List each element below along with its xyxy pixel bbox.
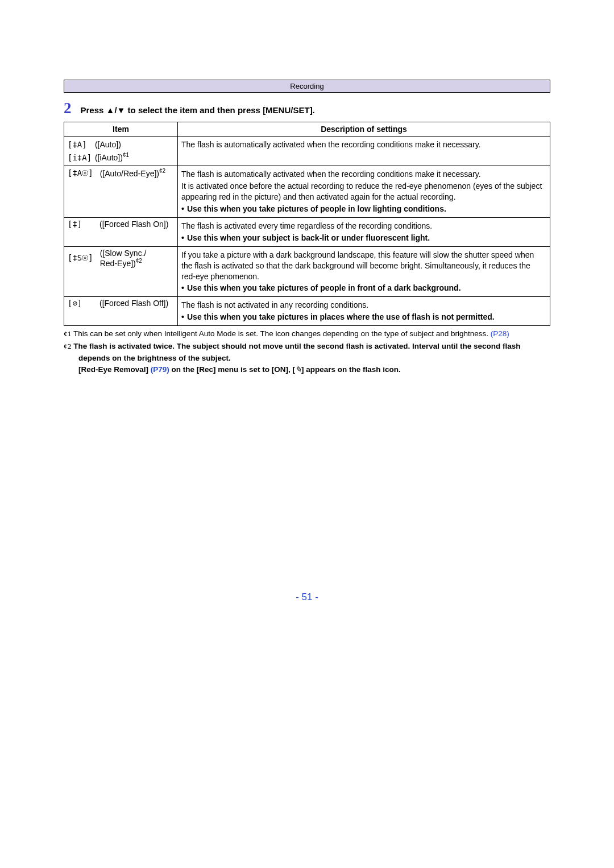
desc-cell-auto: The flash is automatically activated whe… <box>178 137 550 166</box>
flash-auto-icon: [‡A] <box>68 138 93 151</box>
footnote-2-line2a: [Red-Eye Removal] <box>78 365 151 374</box>
desc-text: The flash is automatically activated whe… <box>181 139 546 150</box>
item-cell-auto-redeye: [‡A⦾] ([Auto/Red-Eye])¢2 <box>64 166 178 218</box>
flash-iauto-superscript: ¢1 <box>123 152 129 158</box>
desc-bullet: Use this when you take pictures of peopl… <box>181 283 546 294</box>
flash-forced-off-label: ([Forced Flash Off]) <box>99 299 168 308</box>
page-number: - 51 - <box>64 592 550 603</box>
item-cell-auto: [‡A] ([Auto]) [i‡A] ([iAuto])¢1 <box>64 137 178 166</box>
footnote-2-mark: ¢2 <box>64 342 72 350</box>
step-row: 2 Press ▲/▼ to select the item and then … <box>64 101 550 116</box>
flash-auto-label: ([Auto]) <box>95 140 121 149</box>
footnote-1: ¢1 This can be set only when Intelligent… <box>64 328 550 340</box>
desc-cell-auto-redeye: The flash is automatically activated whe… <box>178 166 550 218</box>
desc-cell-forced-off: The flash is not activated in any record… <box>178 297 550 326</box>
footnote-2: ¢2 The flash is activated twice. The sub… <box>64 341 550 375</box>
item-cell-slow-sync: [‡S⦾] ([Slow Sync./ Red-Eye])¢2 <box>64 246 178 297</box>
desc-text: The flash is activated every time regard… <box>181 221 546 232</box>
table-row: [⊘] ([Forced Flash Off]) The flash is no… <box>64 297 550 326</box>
desc-bullet: Use this when your subject is back-lit o… <box>181 233 546 243</box>
section-band: Recording <box>64 80 550 93</box>
flash-slow-sync-label-l1: ([Slow Sync./ <box>100 249 147 258</box>
footnote-2-line2c: ] appears on the flash icon. <box>301 365 401 374</box>
flash-auto-redeye-icon: [‡A⦾] <box>68 168 93 178</box>
table-row: [‡S⦾] ([Slow Sync./ Red-Eye])¢2 If you t… <box>64 246 550 297</box>
item-cell-forced-off: [⊘] ([Forced Flash Off]) <box>64 297 178 326</box>
table-row: [‡A⦾] ([Auto/Red-Eye])¢2 The flash is au… <box>64 166 550 218</box>
footnote-1-link[interactable]: (P28) <box>491 329 509 338</box>
step-number: 2 <box>64 101 72 116</box>
footnote-1-mark: ¢1 <box>64 329 72 338</box>
desc-bullet: Use this when you take pictures in place… <box>181 312 546 323</box>
flash-forced-on-label: ([Forced Flash On]) <box>99 220 168 229</box>
flash-slow-sync-label-l2: Red-Eye]) <box>100 258 136 267</box>
flash-forced-on-icon: [‡] <box>68 220 93 229</box>
item-cell-forced-on: [‡] ([Forced Flash On]) <box>64 218 178 247</box>
flash-slow-sync-superscript: ¢2 <box>136 258 142 264</box>
col-header-desc: Description of settings <box>178 122 550 137</box>
desc-cell-forced-on: The flash is activated every time regard… <box>178 218 550 247</box>
table-row: [‡] ([Forced Flash On]) The flash is act… <box>64 218 550 247</box>
desc-text: The flash is automatically activated whe… <box>181 169 546 180</box>
footnote-2-line2b: on the [Rec] menu is set to [ON], [ <box>169 365 295 374</box>
footnotes: ¢1 This can be set only when Intelligent… <box>64 328 550 375</box>
flash-slow-sync-icon: [‡S⦾] <box>68 253 93 263</box>
flash-settings-table: Item Description of settings [‡A] ([Auto… <box>64 122 550 326</box>
col-header-item: Item <box>64 122 178 137</box>
page-root: Recording 2 Press ▲/▼ to select the item… <box>0 0 614 626</box>
footnote-2-link[interactable]: (P79) <box>151 365 169 374</box>
step-instruction: Press ▲/▼ to select the item and then pr… <box>81 105 315 115</box>
desc-text: If you take a picture with a dark backgr… <box>181 250 546 282</box>
table-header-row: Item Description of settings <box>64 122 550 137</box>
table-row: [‡A] ([Auto]) [i‡A] ([iAuto])¢1 The flas… <box>64 137 550 166</box>
flash-forced-off-icon: [⊘] <box>68 299 93 308</box>
desc-text: The flash is not activated in any record… <box>181 300 546 311</box>
flash-iauto-icon: [i‡A] <box>68 151 93 164</box>
pencil-icon: ✎ <box>295 365 301 374</box>
desc-cell-slow-sync: If you take a picture with a dark backgr… <box>178 246 550 297</box>
desc-text: It is activated once before the actual r… <box>181 181 546 202</box>
flash-auto-redeye-superscript: ¢2 <box>159 168 165 174</box>
footnote-2-line1: The flash is activated twice. The subjec… <box>72 342 521 362</box>
footnote-1-text: This can be set only when Intelligent Au… <box>72 329 491 338</box>
desc-bullet: Use this when you take pictures of peopl… <box>181 204 546 214</box>
flash-auto-redeye-label: ([Auto/Red-Eye]) <box>100 169 159 178</box>
flash-iauto-label: ([iAuto]) <box>95 153 123 162</box>
